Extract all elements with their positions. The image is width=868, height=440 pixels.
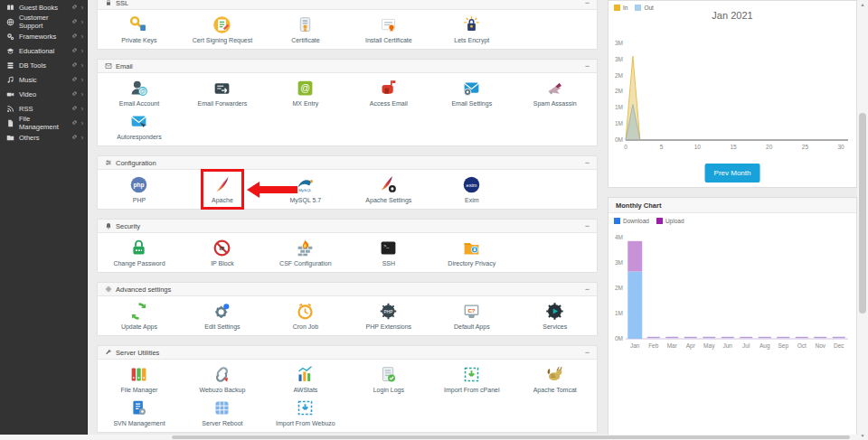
sidebar-item-db-tools[interactable]: DB Tools›: [0, 58, 87, 72]
chevron-right-icon: ›: [81, 5, 83, 11]
collapse-button[interactable]: −: [585, 0, 590, 7]
sidebar-item-label: Others: [19, 134, 68, 142]
sidebar-item-file-management[interactable]: File Management›: [0, 116, 87, 130]
app-item-import-from-cpanel[interactable]: Import From cPanel: [430, 362, 514, 396]
app-item-directory-privacy[interactable]: Directory Privacy: [430, 236, 514, 269]
app-item-lets-encrypt[interactable]: Lets Encrypt: [430, 13, 514, 46]
gear-icon: [105, 286, 112, 293]
svg-text:2M: 2M: [615, 72, 623, 79]
svn-doc-gear-icon: [129, 398, 149, 418]
app-item-label: Directory Privacy: [448, 260, 495, 267]
app-item-update-apps[interactable]: Update Apps: [98, 299, 181, 332]
app-item-csf-configuration[interactable]: CSF Configuration: [264, 236, 347, 269]
app-item-label: Services: [542, 323, 567, 331]
collapse-button[interactable]: −: [585, 222, 590, 230]
app-item-php[interactable]: phpPHP: [98, 173, 181, 206]
app-item-label: Exim: [465, 197, 479, 204]
sidebar-item-others[interactable]: Others›: [0, 130, 87, 145]
horizontal-scrollbar-thumb[interactable]: [172, 435, 850, 439]
vertical-scrollbar[interactable]: ▲ ▼: [857, 0, 868, 440]
section-title: SSL: [116, 0, 128, 7]
app-item-edit-settings[interactable]: Edit Settings: [181, 299, 264, 332]
sidebar-item-guest-books[interactable]: Guest Books›: [0, 0, 87, 14]
app-item-install-certificate[interactable]: Install Certificate: [347, 13, 430, 46]
app-item-apache-tomcat[interactable]: Apache Tomcat: [514, 362, 597, 396]
app-item-cert-signing-request[interactable]: Cert Signing Request: [181, 13, 264, 46]
scroll-down-icon[interactable]: ▼: [857, 433, 868, 438]
app-item-webuzo-backup[interactable]: Webuzo Backup: [181, 362, 264, 396]
horizontal-scrollbar[interactable]: [0, 435, 857, 440]
app-item-exim[interactable]: eximExim: [430, 173, 514, 206]
email-account-icon: @: [129, 79, 149, 98]
collapse-button[interactable]: −: [585, 62, 590, 70]
app-item-email-settings[interactable]: Email Settings: [430, 76, 514, 109]
sidebar-item-video[interactable]: Video›: [0, 87, 87, 101]
app-item-label: PHP Extensions: [366, 323, 411, 331]
app-item-email-account[interactable]: @Email Account: [98, 76, 181, 109]
app-item-mysql-5-7[interactable]: MySQLMySQL 5.7: [264, 173, 347, 206]
sidebar-item-music[interactable]: Music›: [0, 72, 87, 87]
database-icon: [6, 61, 15, 70]
app-item-apache-settings[interactable]: Apache Settings: [347, 173, 430, 206]
app-item-server-reboot[interactable]: Server Reboot: [181, 396, 264, 429]
app-item-php-extensions[interactable]: PHPPHP Extensions: [347, 299, 430, 332]
link-icon: [71, 4, 78, 11]
email-forwarders-icon: [212, 79, 232, 98]
ssl-lock-icon: [105, 0, 112, 6]
app-item-label: Server Reboot: [202, 420, 242, 427]
monthly-chart-card: Monthly Chart Download Upload 0M1M2M3M4M…: [608, 197, 857, 440]
video-camera-icon: [6, 89, 15, 98]
app-item-email-forwarders[interactable]: Email Forwarders: [181, 76, 264, 109]
file-manager-icon: [129, 365, 149, 385]
app-item-login-logs[interactable]: Login Logs: [347, 362, 430, 396]
link-icon: [71, 18, 78, 25]
svg-text:2M: 2M: [615, 88, 623, 94]
app-item-ssh[interactable]: >_SSH: [347, 236, 430, 269]
app-item-apache[interactable]: Apache: [181, 173, 264, 206]
monthly-chart-title: Monthly Chart: [616, 201, 661, 210]
link-icon: [71, 119, 78, 126]
app-item-file-manager[interactable]: File Manager: [98, 362, 181, 396]
in-swatch: [614, 5, 620, 11]
app-item-mx-entry[interactable]: @MX Entry: [264, 76, 347, 109]
app-item-services[interactable]: Services: [514, 299, 597, 332]
svg-text:2M: 2M: [615, 285, 623, 291]
link-icon: [71, 105, 78, 112]
app-item-access-email[interactable]: Access Email: [347, 76, 430, 109]
collapse-button[interactable]: −: [585, 349, 590, 357]
section-header: SSL−: [98, 0, 597, 10]
app-item-label: Default Apps: [454, 323, 490, 331]
scroll-up-icon[interactable]: ▲: [857, 2, 868, 7]
sidebar-item-customer-support[interactable]: Customer Support›: [0, 14, 87, 29]
section-body: @Email AccountEmail Forwarders@MX EntryA…: [98, 73, 597, 145]
sidebar-item-label: Guest Books: [19, 4, 68, 12]
sidebar-item-educational[interactable]: Educational›: [0, 43, 87, 58]
app-item-autoresponders[interactable]: Autoresponders: [98, 109, 181, 143]
key-icon: [129, 15, 149, 35]
section-configuration: Configuration−phpPHPApacheMySQLMySQL 5.7…: [97, 155, 598, 210]
collapse-button[interactable]: −: [585, 286, 590, 294]
vertical-scrollbar-thumb[interactable]: [859, 113, 866, 314]
svg-text:MySQL: MySQL: [299, 188, 313, 192]
collapse-button[interactable]: −: [585, 159, 590, 167]
app-item-awstats[interactable]: AWStats: [264, 362, 347, 396]
svg-text:Dec: Dec: [834, 342, 844, 349]
app-item-certificate[interactable]: Certificate: [264, 13, 347, 46]
prev-month-button[interactable]: Prev Month: [705, 164, 760, 183]
app-item-change-password[interactable]: Change Password: [98, 236, 181, 269]
legend-in: In: [614, 5, 627, 11]
sidebar-item-rss[interactable]: RSS›: [0, 101, 87, 116]
php-icon: php: [129, 175, 149, 195]
app-item-cron-job[interactable]: Cron Job: [264, 299, 347, 332]
spam-assassin-icon: [545, 79, 565, 98]
app-item-default-apps[interactable]: C?Default Apps: [430, 299, 514, 332]
app-item-spam-assassin[interactable]: Spam Assassin: [514, 76, 597, 109]
section-title: Advanced settings: [116, 286, 171, 294]
sidebar-item-label: Music: [19, 76, 68, 84]
app-item-private-keys[interactable]: Private Keys: [98, 13, 181, 46]
app-item-import-from-webuzo[interactable]: Import From Webuzo: [264, 396, 347, 429]
app-item-svn-management[interactable]: SVN Management: [98, 396, 181, 429]
app-item-label: Spam Assassin: [533, 100, 577, 108]
sidebar-item-frameworks[interactable]: Frameworks›: [0, 29, 87, 43]
app-item-ip-block[interactable]: IPIP Block: [181, 236, 264, 269]
